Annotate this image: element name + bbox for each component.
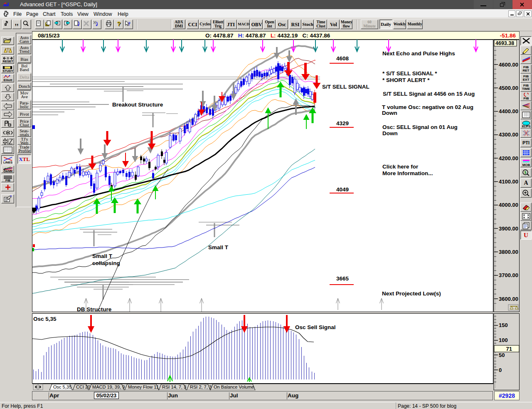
svg-text:4500.00: 4500.00 <box>499 85 518 91</box>
svg-text:3800.00: 3800.00 <box>499 249 518 255</box>
svg-text:Money Flow 11: Money Flow 11 <box>128 384 159 389</box>
svg-text:4300.00: 4300.00 <box>499 131 518 138</box>
svg-text:Down: Down <box>382 110 397 116</box>
svg-text:Osc: SELL Signal on 01 Aug: Osc: SELL Signal on 01 Aug <box>382 124 458 130</box>
svg-text:Osc 5,35: Osc 5,35 <box>53 384 71 389</box>
svg-text:4400.00: 4400.00 <box>499 108 518 114</box>
svg-text:4100.00: 4100.00 <box>499 178 518 185</box>
svg-text:ELIPS: ELIPS <box>522 125 530 128</box>
svg-text:Click here for: Click here for <box>382 164 419 170</box>
svg-text:Down: Down <box>382 130 398 136</box>
svg-text:RSI 2, 7, 3: RSI 2, 7, 3 <box>190 384 212 389</box>
svg-text:Small T: Small T <box>208 244 229 250</box>
svg-text:STUDY: STUDY <box>2 69 13 73</box>
svg-text:3900.00: 3900.00 <box>499 226 518 232</box>
svg-text:4693.38: 4693.38 <box>495 40 514 46</box>
svg-text:4329: 4329 <box>336 120 349 126</box>
svg-text:Osc 5,35: Osc 5,35 <box>33 316 57 322</box>
svg-text:Elliott: Elliott <box>3 78 12 82</box>
svg-text:GANN: GANN <box>3 169 12 173</box>
svg-text:MACD 19, 39, 9: MACD 19, 39, 9 <box>92 384 125 389</box>
svg-text:Next Projected Low(s): Next Projected Low(s) <box>382 290 441 297</box>
svg-text:Breakout Structure: Breakout Structure <box>112 102 163 108</box>
svg-text:FIB: FIB <box>523 97 529 100</box>
svg-text:Small T: Small T <box>92 253 113 259</box>
svg-text:T volume Osc: negative on 02 A: T volume Osc: negative on 02 Aug <box>382 104 473 110</box>
svg-text:S/T SELL Signal at 4456 on 15: S/T SELL Signal at 4456 on 15 Aug <box>383 91 475 97</box>
svg-text:RSI 14, 7, 3: RSI 14, 7, 3 <box>162 384 186 389</box>
svg-text:On Balance Volume: On Balance Volume <box>214 384 254 389</box>
svg-text:71: 71 <box>506 346 512 352</box>
svg-text:3600.00: 3600.00 <box>499 296 518 302</box>
svg-text:0: 0 <box>499 367 502 373</box>
svg-text:MOB: MOB <box>522 163 530 166</box>
svg-text:$: $ <box>524 170 526 175</box>
svg-text:CCI 20: CCI 20 <box>76 384 90 389</box>
svg-text:* SHORT ALERT *: * SHORT ALERT * <box>382 77 430 83</box>
svg-text:3700.00: 3700.00 <box>499 272 518 278</box>
svg-text:Osc Sell Signal: Osc Sell Signal <box>295 324 336 330</box>
svg-text:RESET: RESET <box>2 59 13 63</box>
svg-text:150: 150 <box>499 322 508 328</box>
svg-text:3665: 3665 <box>336 275 349 282</box>
svg-text:* S/T SELL SIGNAL *: * S/T SELL SIGNAL * <box>382 70 437 77</box>
svg-text:LINES: LINES <box>3 161 12 164</box>
svg-text:4608: 4608 <box>336 55 349 62</box>
svg-text:More Information...: More Information... <box>382 170 433 176</box>
svg-text:S/T SELL SIGNAL: S/T SELL SIGNAL <box>322 84 369 90</box>
svg-text:4049: 4049 <box>336 186 349 193</box>
svg-text:4600.00: 4600.00 <box>499 62 518 68</box>
svg-text:collapsing: collapsing <box>92 260 120 266</box>
svg-text:4200.00: 4200.00 <box>499 155 518 161</box>
svg-text:50: 50 <box>499 352 505 358</box>
svg-text:4000.00: 4000.00 <box>499 202 518 208</box>
svg-text:FIB: FIB <box>5 178 10 182</box>
svg-text:DB Structure: DB Structure <box>77 306 112 312</box>
svg-text:Next Echo and Pulse Highs: Next Echo and Pulse Highs <box>382 50 455 57</box>
svg-text:100: 100 <box>499 337 508 343</box>
svg-text:?: ? <box>128 21 131 27</box>
